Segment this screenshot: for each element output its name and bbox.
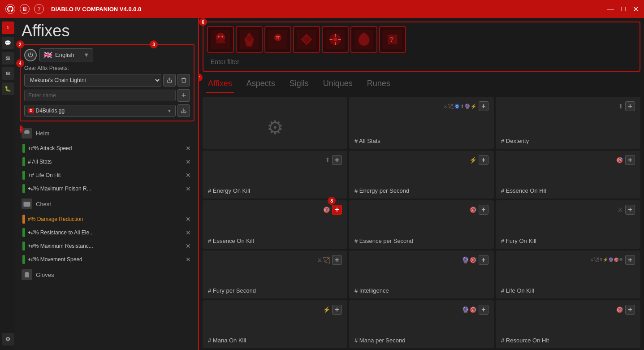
affix-remove-btn[interactable]: ✕	[185, 145, 192, 152]
grid-cell-intelligence: 🔮🎯 + # Intelligence	[349, 251, 494, 298]
class-icon-necromancer[interactable]	[264, 26, 291, 53]
cell-top: ⚡ +	[354, 155, 488, 165]
add-preset-btn[interactable]: +	[177, 89, 190, 102]
page-title: Affixes	[20, 22, 194, 40]
affix-label: +#% Resistance to All Ele...	[28, 229, 182, 236]
language-label: English	[55, 52, 74, 58]
badge-4: 4	[16, 59, 24, 67]
affix-remove-btn[interactable]: ✕	[185, 242, 192, 250]
class-filter-icon: 🔮🎯	[462, 256, 477, 264]
affix-cell-label: # Energy On Kill	[208, 186, 342, 194]
nav-feedback[interactable]: ✉	[2, 67, 14, 80]
affix-cell-label: # Intelligence	[354, 285, 488, 294]
gloves-icon	[22, 269, 32, 280]
svg-point-6	[246, 36, 252, 42]
add-affix-btn[interactable]: +	[332, 305, 342, 315]
helm-label: Helm	[36, 130, 49, 137]
cell-top: 🎯 +	[501, 155, 635, 165]
preset-select[interactable]: Mekuna's Chain Lightni	[24, 74, 161, 86]
close-btn[interactable]: ✕	[633, 5, 639, 13]
class-filter-icon: 🔮🎯	[462, 306, 477, 313]
affix-label: #% Damage Reduction	[28, 216, 182, 222]
affix-remove-btn[interactable]: ✕	[185, 229, 192, 236]
grid-cell-fury-on-kill: ⚔ + # Fury On Kill	[496, 200, 640, 248]
class-icon-spiritborn[interactable]	[350, 26, 377, 53]
app-title: DIABLO IV COMPANION V4.0.0.0	[51, 6, 602, 13]
tab-runes[interactable]: Runes	[365, 75, 392, 93]
svg-point-4	[221, 36, 223, 38]
titlebar: 🖥 ? DIABLO IV COMPANION V4.0.0.0 — □ ✕	[0, 0, 644, 18]
grid-cell-energy-on-kill: ⬆ + # Energy On Kill	[203, 151, 347, 199]
language-select[interactable]: 🇬🇧 English ▼	[39, 48, 93, 61]
add-affix-btn[interactable]: +	[332, 255, 342, 265]
class-icon-druid[interactable]	[236, 26, 263, 53]
delete-btn[interactable]	[177, 74, 190, 86]
class-filter-icon: ⚔	[618, 206, 623, 213]
add-affix-btn[interactable]: +	[479, 255, 488, 265]
affix-cell-label: # Essence per Second	[354, 236, 488, 244]
settings-gear-icon: ⚙	[267, 117, 284, 138]
class-filter-icon: ⚔🏹	[317, 256, 330, 264]
export-btn[interactable]	[163, 74, 176, 86]
affix-remove-btn[interactable]: ✕	[185, 185, 192, 192]
add-affix-btn[interactable]: +	[625, 155, 635, 165]
add-affix-btn[interactable]: +	[479, 101, 488, 111]
gear-presets-label: Gear Affix Presets:	[24, 65, 190, 71]
nav-bug[interactable]: 🐛	[2, 82, 14, 95]
class-icon-unknown[interactable]: ?	[379, 26, 406, 53]
svg-point-12	[333, 38, 337, 41]
tab-aspects[interactable]: Aspects	[245, 75, 277, 93]
nav-home[interactable]: 1	[2, 22, 14, 34]
titlebar-icons: 🖥 ?	[5, 4, 44, 14]
affix-label: +#% Maximum Resistanc...	[28, 243, 182, 249]
github-icon[interactable]	[5, 4, 15, 14]
add-affix-btn[interactable]: +	[625, 101, 635, 111]
maximize-btn[interactable]: □	[621, 5, 626, 13]
grid-cell-energy-per-second: ⚡ + # Energy per Second	[349, 151, 494, 199]
affix-remove-btn[interactable]: ✕	[185, 256, 192, 263]
minimize-btn[interactable]: —	[607, 5, 614, 13]
add-affix-btn[interactable]: +	[625, 205, 635, 215]
cell-top: ⚡ +	[208, 305, 342, 315]
grid-cell-dexterity: ⬆ + # Dexterity	[496, 97, 640, 149]
import-btn[interactable]	[177, 104, 190, 117]
add-affix-btn[interactable]: +	[479, 305, 488, 315]
class-icon-sorcerer[interactable]	[322, 26, 349, 53]
add-affix-btn[interactable]: +	[625, 305, 635, 315]
affix-bar-green	[22, 255, 25, 264]
affix-item: +# Life On Hit ✕	[20, 169, 194, 181]
gear-section-chest: Chest	[20, 196, 194, 212]
add-affix-btn[interactable]: +	[332, 155, 342, 165]
affix-remove-btn[interactable]: ✕	[185, 172, 192, 179]
add-affix-btn[interactable]: +	[479, 155, 488, 165]
power-button[interactable]	[24, 49, 37, 61]
nav-chat[interactable]: 💬	[2, 37, 14, 49]
add-affix-btn[interactable]: +	[479, 205, 488, 215]
add-affix-btn[interactable]: +	[625, 255, 635, 265]
badge-2: 2	[16, 40, 24, 48]
tab-affixes[interactable]: Affixes	[206, 75, 234, 93]
tab-sigils[interactable]: Sigils	[288, 75, 311, 93]
class-filter-icon: ⚔🏹🧿⬆🔮⚡	[443, 104, 477, 109]
nav-compare[interactable]: ⚖	[2, 52, 14, 65]
monitor-icon[interactable]: 🖥	[20, 4, 30, 14]
nav-settings[interactable]: ⚙	[2, 333, 14, 346]
help-icon[interactable]: ?	[34, 4, 44, 14]
window-controls[interactable]: — □ ✕	[607, 5, 639, 13]
gloves-label: Gloves	[36, 272, 54, 278]
affix-remove-btn[interactable]: ✕	[185, 216, 192, 223]
tabs-row: 7 Affixes Aspects Sigils Uniques Runes	[199, 75, 644, 93]
cell-top: ⚔🏹🧿⬆🔮⚡ +	[354, 101, 488, 111]
filter-input[interactable]	[207, 56, 636, 67]
class-filter-icon: ⬆	[325, 156, 330, 164]
main-area: 6	[199, 18, 644, 350]
filter-row	[207, 56, 636, 67]
svg-point-8	[274, 34, 282, 41]
add-affix-btn-active[interactable]: +	[332, 205, 342, 215]
class-icon-barbarian[interactable]	[207, 26, 234, 53]
tab-uniques[interactable]: Uniques	[321, 75, 354, 93]
class-filter-icon: 🎯	[616, 306, 623, 313]
class-icon-rogue[interactable]	[293, 26, 320, 53]
preset-name-input[interactable]	[24, 90, 176, 101]
affix-remove-btn[interactable]: ✕	[185, 158, 192, 165]
